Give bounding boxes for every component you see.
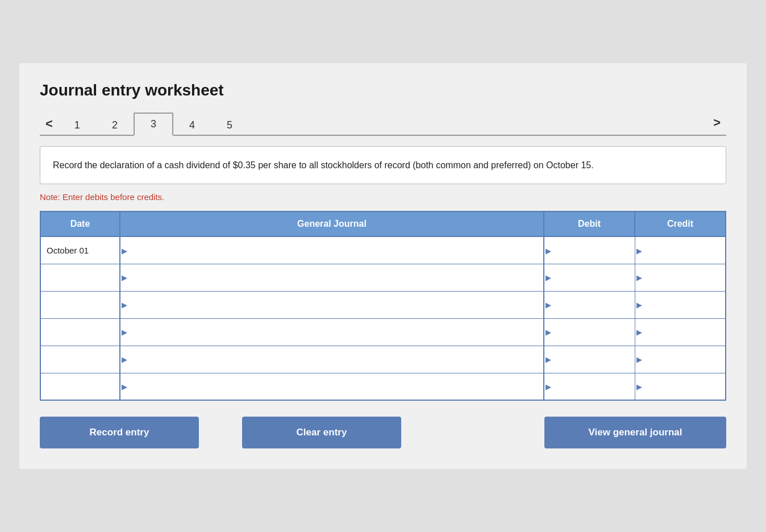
credit-input-0[interactable]	[635, 237, 726, 264]
credit-cell-2[interactable]: ▶	[635, 291, 726, 318]
debit-cell-0[interactable]: ▶	[544, 236, 635, 264]
debit-cell-3[interactable]: ▶	[544, 318, 635, 346]
record-entry-button[interactable]: Record entry	[40, 417, 199, 448]
note-text: Note: Enter debits before credits.	[40, 192, 726, 202]
debit-input-1[interactable]	[544, 264, 635, 291]
view-general-journal-button[interactable]: View general journal	[544, 417, 726, 448]
date-cell-3	[40, 318, 120, 346]
table-row: ▶▶▶	[40, 291, 726, 318]
tab-5[interactable]: 5	[211, 115, 248, 136]
credit-input-2[interactable]	[635, 292, 726, 318]
journal-input-4[interactable]	[120, 346, 543, 373]
table-row: October 01▶▶▶	[40, 236, 726, 264]
buttons-row: Record entry Clear entry View general jo…	[40, 417, 726, 448]
table-row: ▶▶▶	[40, 373, 726, 400]
description-box: Record the declaration of a cash dividen…	[40, 146, 726, 185]
tabs-row: < 1 2 3 4 5 >	[40, 111, 726, 136]
credit-cell-0[interactable]: ▶	[635, 236, 726, 264]
journal-input-5[interactable]	[120, 373, 543, 400]
date-cell-1	[40, 264, 120, 291]
tab-2[interactable]: 2	[96, 115, 134, 136]
credit-input-5[interactable]	[635, 373, 726, 400]
debit-cell-2[interactable]: ▶	[544, 291, 635, 318]
table-row: ▶▶▶	[40, 264, 726, 291]
journal-table: Date General Journal Debit Credit Octobe…	[40, 211, 726, 401]
credit-cell-4[interactable]: ▶	[635, 346, 726, 373]
journal-cell-4[interactable]: ▶	[120, 346, 544, 373]
debit-input-2[interactable]	[544, 292, 635, 318]
journal-input-0[interactable]	[120, 237, 543, 264]
credit-input-3[interactable]	[635, 319, 726, 346]
credit-cell-3[interactable]: ▶	[635, 318, 726, 346]
next-tab-button[interactable]: >	[707, 111, 726, 135]
debit-cell-1[interactable]: ▶	[544, 264, 635, 291]
tab-4[interactable]: 4	[173, 115, 211, 136]
debit-input-3[interactable]	[544, 319, 635, 346]
header-debit: Debit	[544, 211, 635, 236]
tab-3[interactable]: 3	[134, 113, 173, 136]
header-date: Date	[40, 211, 120, 236]
date-cell-0: October 01	[40, 236, 120, 264]
tab-1[interactable]: 1	[59, 115, 96, 136]
journal-input-3[interactable]	[120, 319, 543, 346]
credit-cell-5[interactable]: ▶	[635, 373, 726, 400]
page-title: Journal entry worksheet	[40, 81, 726, 99]
date-cell-5	[40, 373, 120, 400]
table-row: ▶▶▶	[40, 318, 726, 346]
debit-input-4[interactable]	[544, 346, 635, 373]
table-row: ▶▶▶	[40, 346, 726, 373]
debit-input-0[interactable]	[544, 237, 635, 264]
journal-cell-5[interactable]: ▶	[120, 373, 544, 400]
debit-cell-5[interactable]: ▶	[544, 373, 635, 400]
credit-input-4[interactable]	[635, 346, 726, 373]
journal-cell-0[interactable]: ▶	[120, 236, 544, 264]
journal-input-1[interactable]	[120, 264, 543, 291]
header-credit: Credit	[635, 211, 726, 236]
journal-input-2[interactable]	[120, 292, 543, 318]
date-cell-2	[40, 291, 120, 318]
debit-cell-4[interactable]: ▶	[544, 346, 635, 373]
clear-entry-button[interactable]: Clear entry	[242, 417, 401, 448]
prev-tab-button[interactable]: <	[40, 113, 59, 135]
date-cell-4	[40, 346, 120, 373]
credit-cell-1[interactable]: ▶	[635, 264, 726, 291]
debit-input-5[interactable]	[544, 373, 635, 400]
main-container: Journal entry worksheet < 1 2 3 4 5 > Re…	[19, 63, 747, 469]
credit-input-1[interactable]	[635, 264, 726, 291]
header-general-journal: General Journal	[120, 211, 544, 236]
journal-cell-3[interactable]: ▶	[120, 318, 544, 346]
journal-cell-2[interactable]: ▶	[120, 291, 544, 318]
journal-cell-1[interactable]: ▶	[120, 264, 544, 291]
